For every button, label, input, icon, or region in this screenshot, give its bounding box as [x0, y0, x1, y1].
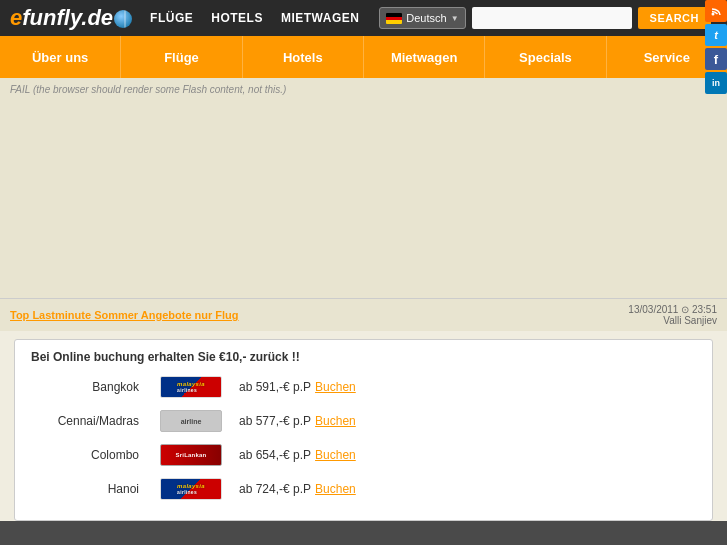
linkedin-icon[interactable]: in — [705, 72, 727, 94]
offer-book-link[interactable]: Buchen — [315, 380, 356, 394]
flash-content-area: FAIL (the browser should render some Fla… — [0, 78, 727, 298]
rss-icon[interactable] — [705, 0, 727, 22]
logo-area: efunfly.de — [0, 5, 132, 31]
lastminute-header: Top Lastminute Sommer Angebote nur Flug … — [0, 298, 727, 331]
logo-text[interactable]: efunfly.de — [10, 5, 132, 31]
top-nav-mietwagen[interactable]: MIETWAGEN — [281, 11, 360, 25]
rss-svg — [710, 5, 722, 17]
top-nav-hotels[interactable]: HOTELS — [211, 11, 263, 25]
twitter-icon[interactable]: t — [705, 24, 727, 46]
offer-book-link[interactable]: Buchen — [315, 482, 356, 496]
offer-box: Bei Online buchung erhalten Sie €10,- zu… — [14, 339, 713, 521]
search-area: Deutsch ▼ SEARCH — [379, 7, 711, 29]
offer-row: ColomboSriLankanab 654,-€ p.P Buchen — [31, 442, 696, 468]
offer-book-link[interactable]: Buchen — [315, 414, 356, 428]
offer-city: Hanoi — [31, 482, 151, 496]
flag-icon — [386, 13, 402, 24]
offer-price: ab 724,-€ p.P — [239, 482, 311, 496]
language-select[interactable]: Deutsch ▼ — [379, 7, 465, 29]
lang-label: Deutsch — [406, 12, 446, 24]
offer-price: ab 577,-€ p.P — [239, 414, 311, 428]
lastminute-author: Valli Sanjiev — [628, 315, 717, 326]
airline-logo: airline — [151, 410, 231, 432]
top-bar: efunfly.de FLÜGE HOTELS MIETWAGEN Deutsc… — [0, 0, 727, 36]
page-wrapper: efunfly.de FLÜGE HOTELS MIETWAGEN Deutsc… — [0, 0, 727, 521]
search-button[interactable]: SEARCH — [638, 7, 711, 29]
offer-rows: Bangkokmalaysiaairlinesab 591,-€ p.P Buc… — [31, 374, 696, 502]
main-nav: Über uns Flüge Hotels Mietwagen Specials… — [0, 36, 727, 78]
nav-fluege[interactable]: Flüge — [121, 36, 242, 78]
offer-intro: Bei Online buchung erhalten Sie €10,- zu… — [31, 350, 696, 364]
offer-city: Bangkok — [31, 380, 151, 394]
bottom-section: Top Lastminute Sommer Angebote nur Flug … — [0, 298, 727, 521]
airline-logo: SriLankan — [151, 444, 231, 466]
offer-price: ab 654,-€ p.P — [239, 448, 311, 462]
search-input[interactable] — [472, 7, 632, 29]
offer-row: Hanoimalaysiaairlinesab 724,-€ p.P Buche… — [31, 476, 696, 502]
social-icons: t f in — [705, 0, 727, 95]
offer-book-link[interactable]: Buchen — [315, 448, 356, 462]
top-nav: FLÜGE HOTELS MIETWAGEN — [150, 11, 359, 25]
logo-name: funfly.de — [22, 5, 113, 30]
airline-logo: malaysiaairlines — [151, 376, 231, 398]
logo-e: e — [10, 5, 22, 30]
lastminute-date: 13/03/2011 ⊙ 23:51 — [628, 304, 717, 315]
flash-fail-message: FAIL (the browser should render some Fla… — [0, 78, 727, 101]
lastminute-title[interactable]: Top Lastminute Sommer Angebote nur Flug — [10, 309, 239, 321]
airline-logo: malaysiaairlines — [151, 478, 231, 500]
svg-point-0 — [712, 13, 715, 16]
nav-ueber-uns[interactable]: Über uns — [0, 36, 121, 78]
nav-specials[interactable]: Specials — [485, 36, 606, 78]
nav-mietwagen[interactable]: Mietwagen — [364, 36, 485, 78]
chevron-down-icon: ▼ — [451, 14, 459, 23]
nav-hotels[interactable]: Hotels — [243, 36, 364, 78]
facebook-icon[interactable]: f — [705, 48, 727, 70]
offer-price: ab 591,-€ p.P — [239, 380, 311, 394]
offer-city: Cennai/Madras — [31, 414, 151, 428]
lastminute-meta: 13/03/2011 ⊙ 23:51 Valli Sanjiev — [628, 304, 717, 326]
top-nav-fluege[interactable]: FLÜGE — [150, 11, 193, 25]
offer-row: Bangkokmalaysiaairlinesab 591,-€ p.P Buc… — [31, 374, 696, 400]
offer-row: Cennai/Madrasairlineab 577,-€ p.P Buchen — [31, 408, 696, 434]
offer-city: Colombo — [31, 448, 151, 462]
globe-icon — [114, 10, 132, 28]
